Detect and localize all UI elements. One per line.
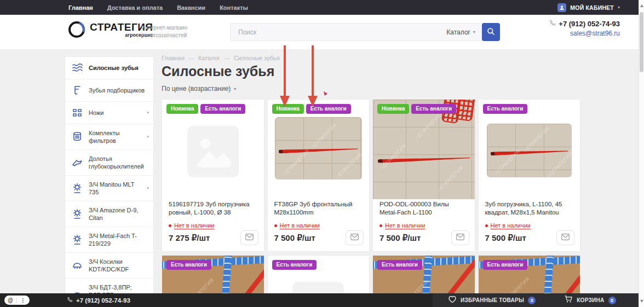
product-price: 7 275 ₽/шт	[169, 233, 210, 243]
image-placeholder-icon	[187, 126, 239, 179]
gear-icon	[71, 182, 83, 194]
sidebar-item-metal-fach[interactable]: З/Ч Metal-Fach T-219/229	[65, 227, 153, 253]
favorites-count-badge: 0	[528, 297, 536, 304]
topnav-delivery[interactable]: Доставка и оплата	[107, 4, 163, 11]
chisel-icon	[71, 157, 83, 169]
envelope-icon	[561, 234, 570, 242]
badge-analogs: Есть аналоги	[411, 104, 456, 114]
header-email-link[interactable]: sales@strat96.ru	[549, 30, 620, 37]
envelope-icon	[350, 234, 359, 242]
topnav-home[interactable]: Главная	[68, 4, 93, 11]
product-card[interactable]: Новинка Есть аналоги 5196197719 Зуб погр…	[162, 99, 264, 252]
product-image[interactable]	[162, 100, 264, 199]
badge-analogs: Есть аналоги	[483, 260, 528, 270]
product-name[interactable]: 5196197719 Зуб погрузчика ровный, L-1000…	[162, 199, 264, 218]
stock-status: Нет в наличии	[380, 222, 468, 229]
top-bar: Главная Доставка и оплата Вакансии Конта…	[0, 0, 639, 15]
cart-button[interactable]: КОРЗИНА 0	[564, 295, 616, 305]
catalog-dropdown[interactable]: Каталог ▾	[446, 28, 482, 36]
badge-analogs: Есть аналоги	[166, 260, 211, 270]
badge-analogs: Есть аналоги	[483, 104, 528, 114]
cart-count-badge: 0	[608, 297, 616, 304]
stock-dot-icon	[380, 224, 382, 227]
product-card[interactable]: Новинка Есть аналоги ○СТРАТЕГИЯ ○СТРАТЕГ…	[267, 99, 370, 252]
filter-icon	[71, 131, 83, 143]
breadcrumb-catalog[interactable]: Каталог	[198, 55, 220, 61]
product-grid: Новинка Есть аналоги 5196197719 Зуб погр…	[162, 99, 580, 307]
request-price-button[interactable]	[346, 230, 364, 245]
product-image[interactable]: ○СТРАТЕГИЯ ○СТРАТЕГИЯ ○СТРАТЕГИЯ	[268, 100, 370, 199]
product-name[interactable]: Зуб погрузчика, L-1100, 45 квадрат, M28x…	[479, 199, 580, 218]
scroll-down-icon[interactable]	[640, 300, 643, 303]
stock-dot-icon	[169, 224, 171, 227]
heart-icon	[448, 295, 457, 305]
chevron-down-icon: ▾	[234, 86, 236, 91]
product-name[interactable]: FT38GP Зуб фронтальный M28x1100mm	[268, 199, 370, 218]
gear-icon	[71, 208, 83, 220]
pickup-tines-icon	[71, 84, 83, 96]
topnav-contacts[interactable]: Контакты	[220, 4, 248, 11]
breadcrumb-home[interactable]: Главная	[162, 55, 185, 61]
silage-tines-icon	[71, 62, 83, 74]
product-price: 7 500 ₽/шт	[274, 233, 315, 243]
search-input[interactable]	[231, 28, 446, 36]
floating-widget[interactable]: @ ⋮	[4, 296, 30, 305]
user-icon	[557, 3, 566, 12]
product-price: 7 500 ₽/шт	[485, 233, 526, 243]
scrollbar[interactable]	[639, 0, 644, 307]
header: СТРАТЕГИЯ агросервис Интернет-магазин се…	[0, 15, 639, 49]
stock-status: Нет в наличии	[274, 222, 363, 229]
kebab-menu-icon[interactable]: ⋮	[20, 297, 26, 303]
phone-icon	[67, 297, 73, 304]
phone-icon	[549, 20, 556, 28]
breadcrumb: Главная — Каталог — Силосные зубья	[162, 55, 580, 61]
badge-analogs: Есть аналоги	[306, 104, 351, 114]
sidebar-item-knives[interactable]: Ножи ▾	[65, 102, 153, 124]
sidebar-item-manitou[interactable]: З/Ч Manitou MLT 735 ▾	[65, 176, 153, 201]
envelope-icon	[456, 234, 464, 242]
stock-status: Нет в наличии	[169, 222, 257, 229]
sidebar-item-filter-kits[interactable]: Комплекты фильтров ▾	[65, 124, 153, 150]
request-price-button[interactable]	[240, 230, 258, 245]
badge-analogs: Есть аналоги	[272, 260, 317, 270]
envelope-icon	[245, 234, 254, 242]
chevron-down-icon: ▾	[618, 5, 620, 10]
footer-phone[interactable]: +7 (912) 052-74-93	[67, 297, 130, 304]
badge-new: Новинка	[377, 104, 409, 114]
sidebar-item-chisels[interactable]: Долотья глубокорыхлителей	[65, 150, 153, 176]
at-icon[interactable]: @	[8, 297, 13, 303]
request-price-button[interactable]	[451, 230, 469, 245]
scrollbar-thumb[interactable]	[640, 12, 643, 72]
stock-status: Нет в наличии	[485, 222, 574, 229]
product-price: 7 500 ₽/шт	[380, 233, 421, 243]
product-card[interactable]: Есть аналоги ○СТРАТЕГИЯ ○СТРАТЕГИЯ ○СТРА…	[478, 99, 581, 252]
scroll-up-icon[interactable]	[640, 4, 643, 7]
badge-analogs: Есть аналоги	[377, 260, 422, 270]
search-button[interactable]	[482, 23, 500, 41]
bottom-bar: @ ⋮ +7 (912) 052-74-93 ИЗБРАННЫЕ ТОВАРЫ …	[0, 293, 639, 307]
product-card[interactable]: Новинка Есть аналоги ○СТРАТЕГИЯ ○СТРАТЕГ…	[372, 99, 475, 252]
account-menu[interactable]: МОЙ КАБИНЕТ ▾	[557, 0, 620, 15]
product-name[interactable]: POD-ODL-000003 Вилы Metal-Fach L-1100	[373, 199, 475, 218]
sort-dropdown[interactable]: По цене (возрастание) ▾	[162, 85, 580, 92]
cart-icon	[564, 295, 573, 305]
stock-dot-icon	[274, 224, 277, 227]
category-sidebar: Силосные зубья Зубья подборщиков Ножи ▾ …	[65, 56, 154, 307]
sidebar-item-amazone[interactable]: З/Ч Amazone D-9, Citan	[65, 201, 153, 227]
product-image[interactable]: ○СТРАТЕГИЯ ○СТРАТЕГИЯ ○СТРАТЕГИЯ	[479, 100, 580, 199]
page-title: Силосные зубья	[162, 63, 580, 79]
sidebar-item-mowers[interactable]: З/Ч Косилки KDT/KDC/KDF	[65, 253, 153, 279]
sidebar-item-pickup-tines[interactable]: Зубья подборщиков	[65, 79, 153, 102]
sidebar-item-silage-tines[interactable]: Силосные зубья	[65, 57, 153, 79]
knives-icon	[71, 107, 83, 119]
chevron-down-icon: ▾	[145, 135, 149, 139]
search-bar: Каталог ▾	[230, 23, 500, 41]
header-phone[interactable]: +7 (912) 052-74-93	[549, 20, 620, 28]
favorites-button[interactable]: ИЗБРАННЫЕ ТОВАРЫ 0	[448, 295, 536, 305]
footer-actions: ИЗБРАННЫЕ ТОВАРЫ 0 КОРЗИНА 0	[433, 293, 639, 307]
stock-dot-icon	[485, 224, 488, 227]
logo[interactable]: СТРАТЕГИЯ агросервис	[68, 21, 153, 38]
product-image[interactable]: ○СТРАТЕГИЯ ○СТРАТЕГИЯ ○СТРАТЕГИЯ	[373, 100, 475, 199]
request-price-button[interactable]	[556, 230, 574, 245]
topnav-vacancies[interactable]: Вакансии	[177, 4, 205, 11]
